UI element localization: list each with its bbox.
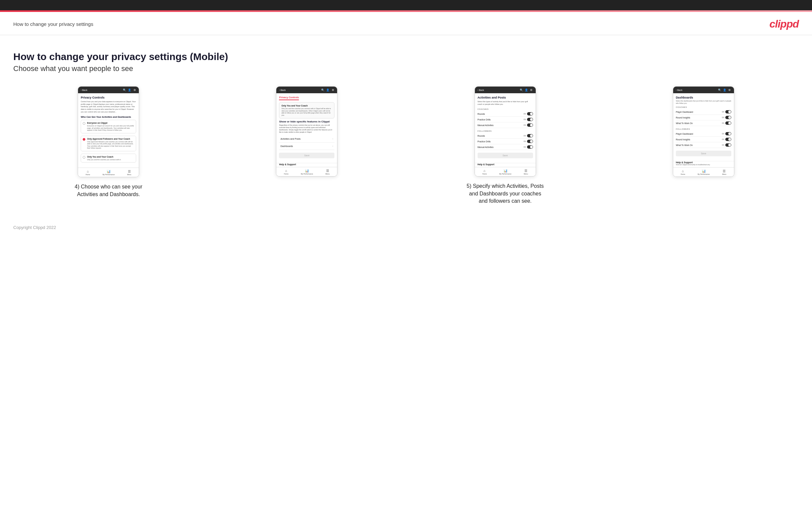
activities-posts-desc: Select the types of activity that you'd … — [477, 101, 533, 106]
toggle-manual-followers-on: ON — [523, 146, 526, 148]
page-subheading: Choose what you want people to see — [13, 64, 799, 73]
toggle-drills-followers: Practice Drills ON — [477, 139, 533, 144]
phone-1: ‹ Back 🔍 👤 ⚙ Privacy Controls Control ho… — [78, 86, 139, 177]
toggle-round-insights-coaches: Round Insights ON — [676, 115, 731, 120]
search-icon-2[interactable]: 🔍 — [321, 88, 324, 92]
back-button-4[interactable]: ‹ Back — [676, 89, 682, 91]
toggle-rounds-coaches-switch[interactable] — [527, 112, 533, 115]
nav-icons-4: 🔍 👤 ⚙ — [718, 88, 731, 92]
coaches-header-3: COACHES — [477, 108, 533, 110]
save-button-4[interactable]: Save — [676, 151, 731, 156]
menu-label-3: Menu — [524, 173, 528, 175]
radio-option-everyone[interactable]: Everyone on Clippd Everyone on Clippd ca… — [81, 120, 136, 133]
logo: clippd — [769, 18, 799, 30]
radio-desc-coach-only: Only you and the coaches you connect wit… — [87, 159, 121, 161]
user-icon-4[interactable]: 👤 — [723, 88, 726, 92]
menu-icon-4: ☰ — [723, 169, 726, 173]
toggle-what-to-work-followers-switch[interactable] — [725, 143, 731, 147]
toggle-drills-coaches-switch[interactable] — [527, 118, 533, 121]
followers-header-3: FOLLOWERS — [477, 130, 533, 132]
menu-icon-1: ☰ — [128, 170, 131, 173]
footer: Copyright Clippd 2022 — [0, 218, 812, 237]
search-icon-1[interactable]: 🔍 — [123, 88, 126, 92]
toggle-manual-coaches-on: ON — [523, 124, 526, 126]
nav-home-4[interactable]: ⌂ Home — [681, 169, 685, 175]
help-title-3: Help & Support — [477, 163, 533, 166]
privacy-tab-2[interactable]: Privacy Controls — [279, 96, 299, 100]
search-icon-4[interactable]: 🔍 — [718, 88, 721, 92]
nav-performance-2[interactable]: 📊 My Performance — [301, 169, 313, 175]
phone-bottom-nav-4: ⌂ Home 📊 My Performance ☰ Menu — [673, 167, 734, 176]
back-button-3[interactable]: ‹ Back — [477, 89, 484, 91]
user-icon-1[interactable]: 👤 — [128, 88, 131, 92]
list-item-dashboards-label: Dashboards — [280, 145, 293, 147]
menu-label-1: Menu — [127, 174, 132, 175]
nav-menu-2[interactable]: ☰ Menu — [325, 169, 330, 175]
toggle-player-dash-followers-on: ON — [722, 133, 724, 135]
toggle-round-insights-followers-switch[interactable] — [725, 138, 731, 141]
toggle-rounds-followers-on: ON — [523, 135, 526, 137]
search-icon-3[interactable]: 🔍 — [520, 88, 523, 92]
radio-option-coach-only[interactable]: Only You and Your Coach Only you and the… — [81, 154, 136, 163]
main-content: How to change your privacy settings (Mob… — [0, 35, 812, 218]
save-button-2[interactable]: Save — [279, 153, 335, 158]
toggle-round-insights-followers-on: ON — [722, 138, 724, 140]
radio-label-followers: Only Approved Followers and Your Coach — [87, 138, 134, 140]
toggle-player-dash-coaches-switch[interactable] — [725, 110, 731, 113]
settings-icon-3[interactable]: ⚙ — [530, 88, 533, 92]
performance-label-3: My Performance — [499, 173, 511, 175]
phone-nav-3: ‹ Back 🔍 👤 ⚙ — [475, 87, 536, 93]
menu-label-4: Menu — [722, 173, 727, 175]
toggle-round-insights-followers-label: Round Insights — [676, 138, 690, 141]
toggle-round-insights-coaches-switch[interactable] — [725, 116, 731, 119]
toggle-manual-followers-switch[interactable] — [527, 145, 533, 149]
back-button-1[interactable]: ‹ Back — [81, 89, 87, 91]
phone-body-4: Dashboards Select the dashboards that yo… — [673, 93, 734, 159]
toggle-player-dash-followers-switch[interactable] — [725, 132, 731, 135]
nav-performance-1[interactable]: 📊 My Performance — [103, 170, 115, 175]
toggle-manual-coaches: Manual Activities ON — [477, 122, 533, 128]
nav-menu-1[interactable]: ☰ Menu — [127, 170, 132, 175]
user-icon-3[interactable]: 👤 — [525, 88, 528, 92]
nav-home-2[interactable]: ⌂ Home — [284, 169, 288, 175]
nav-performance-3[interactable]: 📊 My Performance — [499, 169, 511, 175]
toggle-manual-coaches-switch[interactable] — [527, 123, 533, 127]
toggle-rounds-followers: Rounds ON — [477, 133, 533, 139]
toggle-drills-followers-switch[interactable] — [527, 140, 533, 143]
toggle-rounds-followers-switch[interactable] — [527, 134, 533, 137]
copyright: Copyright Clippd 2022 — [13, 225, 56, 230]
home-icon-1: ⌂ — [87, 170, 89, 173]
toggle-drills-coaches-label: Practice Drills — [477, 118, 491, 121]
toggle-what-to-work-coaches-on: ON — [722, 122, 724, 124]
list-item-activities[interactable]: Activities and Posts › — [279, 135, 335, 143]
phone-3: ‹ Back 🔍 👤 ⚙ Activities and Posts Select… — [474, 86, 536, 176]
save-button-3[interactable]: Save — [477, 153, 533, 158]
toggle-what-to-work-coaches-switch[interactable] — [725, 121, 731, 125]
performance-icon-4: 📊 — [702, 169, 706, 173]
radio-desc-everyone: Everyone on Clippd can search for you an… — [87, 125, 134, 131]
option-box-2: Only You and Your Coach Only you and the… — [279, 102, 335, 118]
toggle-rounds-coaches-label: Rounds — [477, 113, 485, 115]
list-item-dashboards[interactable]: Dashboards › — [279, 143, 335, 150]
who-can-see-title: Who Can See Your Activities and Dashboar… — [81, 116, 136, 118]
back-button-2[interactable]: ‹ Back — [279, 89, 286, 91]
settings-icon-4[interactable]: ⚙ — [728, 88, 731, 92]
settings-icon-1[interactable]: ⚙ — [133, 88, 136, 92]
dashboards-desc: Select the dashboards that you'd like to… — [676, 100, 731, 104]
toggle-round-insights-coaches-on: ON — [722, 116, 724, 118]
nav-menu-3[interactable]: ☰ Menu — [524, 169, 528, 175]
screen-group-4: ‹ Back 🔍 👤 ⚙ Dashboards Select the dashb… — [608, 86, 799, 177]
phone-4: ‹ Back 🔍 👤 ⚙ Dashboards Select the dashb… — [673, 86, 734, 177]
nav-home-1[interactable]: ⌂ Home — [86, 170, 90, 175]
home-label-1: Home — [86, 174, 90, 175]
radio-option-followers[interactable]: Only Approved Followers and Your Coach O… — [81, 136, 136, 151]
help-section-4: Help & Support Visit our Clippd communit… — [673, 161, 734, 167]
breadcrumb: How to change your privacy settings — [13, 21, 93, 27]
toggle-round-insights-followers: Round Insights ON — [676, 137, 731, 143]
nav-menu-4[interactable]: ☰ Menu — [722, 169, 727, 175]
toggle-drills-followers-label: Practice Drills — [477, 140, 491, 143]
user-icon-2[interactable]: 👤 — [326, 88, 329, 92]
nav-home-3[interactable]: ⌂ Home — [482, 169, 487, 175]
nav-performance-4[interactable]: 📊 My Performance — [698, 169, 710, 175]
settings-icon-2[interactable]: ⚙ — [331, 88, 335, 92]
